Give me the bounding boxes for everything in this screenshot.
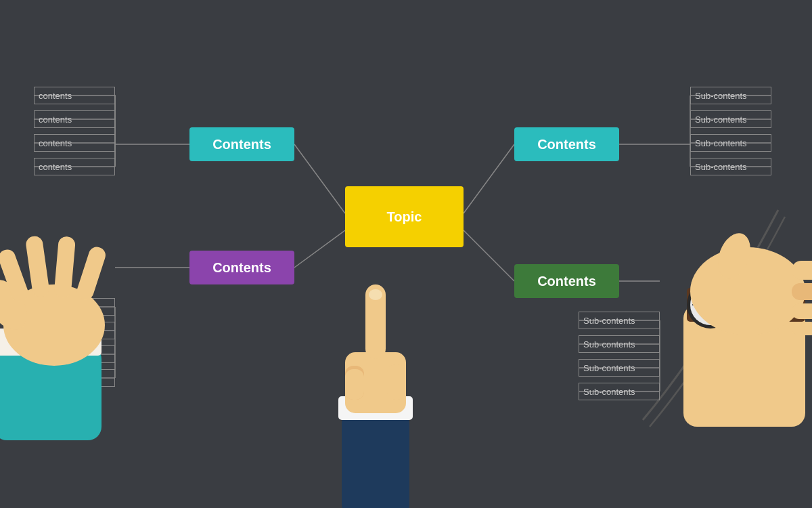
hand-right-icon (629, 156, 812, 427)
contents-box-tl: Contents (189, 127, 294, 161)
svg-rect-36 (25, 235, 50, 298)
sub-tl-3: contents (34, 134, 115, 152)
contents-br-label: Contents (537, 274, 596, 289)
sub-tl-1: contents (34, 87, 115, 104)
svg-rect-44 (345, 369, 364, 400)
svg-line-0 (294, 144, 345, 213)
contents-tr-label: Contents (537, 137, 596, 152)
svg-line-10 (464, 144, 514, 213)
contents-box-tr: Contents (514, 127, 619, 161)
sub-tl-2: contents (34, 110, 115, 128)
svg-rect-39 (342, 413, 409, 508)
svg-rect-58 (792, 261, 812, 280)
svg-rect-60 (792, 303, 812, 319)
sub-tr-3: Sub-contents (690, 134, 771, 152)
contents-bl-label: Contents (212, 260, 271, 276)
topic-ellipse: Topic (345, 186, 464, 247)
svg-rect-38 (75, 245, 108, 302)
sub-tr-1: Sub-contents (690, 87, 771, 104)
mind-map-canvas: Topic Contents Contents Contents Content… (0, 0, 812, 508)
sub-tr-2: Sub-contents (690, 110, 771, 128)
svg-rect-61 (792, 322, 812, 335)
svg-line-17 (294, 230, 345, 268)
svg-point-46 (369, 289, 382, 300)
svg-line-24 (464, 230, 514, 281)
contents-box-bl: Contents (189, 251, 294, 284)
svg-rect-45 (387, 364, 406, 400)
hand-center-icon (325, 264, 426, 508)
svg-rect-59 (792, 283, 812, 300)
contents-box-br: Contents (514, 264, 619, 298)
topic-label: Topic (387, 209, 422, 225)
hand-left-icon (0, 156, 149, 440)
contents-tl-label: Contents (212, 137, 271, 152)
